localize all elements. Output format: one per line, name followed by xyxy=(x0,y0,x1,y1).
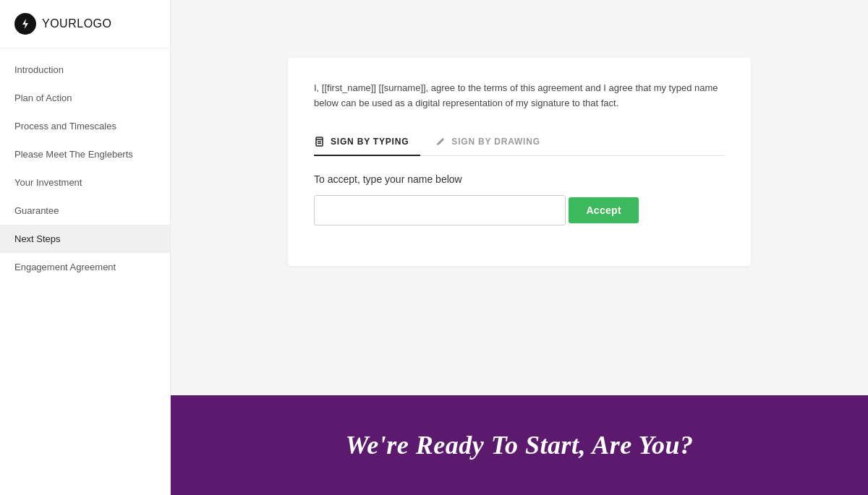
sidebar: YOURLOGO Introduction Plan of Action Pro… xyxy=(0,0,171,495)
sign-tabs: SIGN BY TYPING SIGN BY DRAWING xyxy=(314,129,725,156)
sidebar-item-plan-of-action[interactable]: Plan of Action xyxy=(0,84,170,112)
logo-area: YOURLOGO xyxy=(0,0,170,48)
main-content: I, [[first_name]] [[surname]], agree to … xyxy=(171,0,868,495)
type-label: To accept, type your name below xyxy=(314,173,725,185)
accept-button[interactable]: Accept xyxy=(569,197,638,223)
sidebar-item-engagement-agreement[interactable]: Engagement Agreement xyxy=(0,253,170,281)
logo-light: LOGO xyxy=(77,17,111,30)
tab-sign-by-drawing-label: SIGN BY DRAWING xyxy=(451,137,540,147)
logo-icon xyxy=(14,13,36,35)
svg-line-5 xyxy=(443,139,443,139)
sidebar-item-process-and-timescales[interactable]: Process and Timescales xyxy=(0,112,170,140)
name-input[interactable] xyxy=(314,195,566,225)
logo-text: YOURLOGO xyxy=(42,17,111,30)
sidebar-item-next-steps[interactable]: Next Steps xyxy=(0,225,170,253)
svg-marker-0 xyxy=(22,19,28,29)
agreement-text: I, [[first_name]] [[surname]], agree to … xyxy=(314,81,725,111)
sidebar-item-your-investment[interactable]: Your Investment xyxy=(0,168,170,197)
bolt-icon xyxy=(20,18,31,30)
sidebar-item-introduction[interactable]: Introduction xyxy=(0,56,170,84)
footer-banner: We're Ready To Start, Are You? xyxy=(171,395,868,495)
sidebar-item-please-meet-the-engleberts[interactable]: Please Meet The Engleberts xyxy=(0,140,170,168)
sidebar-nav: Introduction Plan of Action Process and … xyxy=(0,48,170,495)
tab-sign-by-typing[interactable]: SIGN BY TYPING xyxy=(314,129,420,156)
tab-sign-by-drawing[interactable]: SIGN BY DRAWING xyxy=(435,129,551,156)
pen-icon xyxy=(435,136,446,147)
signature-card: I, [[first_name]] [[surname]], agree to … xyxy=(288,58,751,266)
logo-bold: YOUR xyxy=(42,17,77,30)
footer-title: We're Ready To Start, Are You? xyxy=(200,430,839,460)
content-area: I, [[first_name]] [[surname]], agree to … xyxy=(171,0,868,395)
sidebar-item-guarantee[interactable]: Guarantee xyxy=(0,197,170,225)
tab-sign-by-typing-label: SIGN BY TYPING xyxy=(331,137,409,147)
book-icon xyxy=(314,136,326,147)
